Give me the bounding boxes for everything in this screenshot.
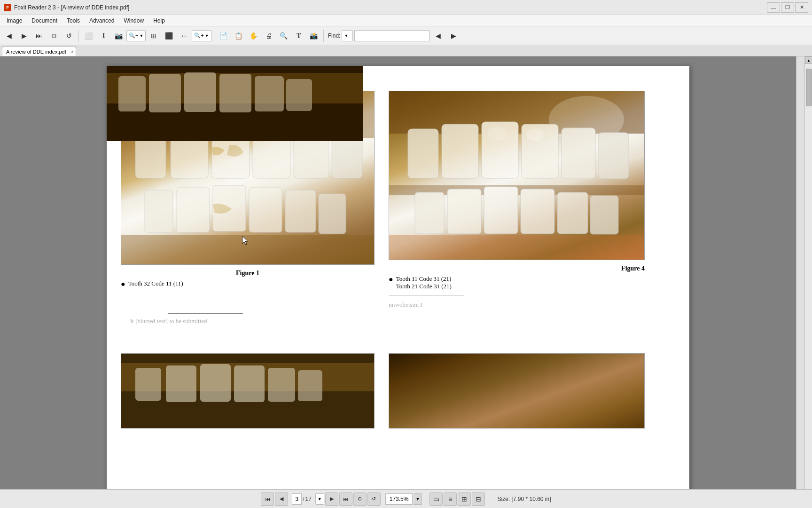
- zoom-value: 173.5%: [385, 493, 413, 505]
- svg-point-24: [526, 128, 543, 141]
- hand-tool-button[interactable]: ✋: [247, 29, 261, 43]
- figure4-bullets: ● Tooth 11 Code 31 (21) Tooth 21 Code 31…: [389, 275, 452, 291]
- find-type-dropdown[interactable]: ▼: [342, 30, 353, 41]
- zoom-out-dropdown[interactable]: 🔍− ▼: [126, 30, 146, 41]
- figure4-photo: [389, 91, 644, 260]
- document-tab[interactable]: A review of DDE index.pdf ×: [2, 47, 76, 56]
- next-page-button[interactable]: ⏭: [32, 29, 46, 43]
- menu-window[interactable]: Window: [119, 16, 148, 26]
- page-dropdown[interactable]: ▼: [315, 493, 324, 505]
- snapshot-button[interactable]: 📷: [111, 29, 125, 43]
- stop-button[interactable]: ⊙: [47, 29, 61, 43]
- prev-page-nav-button[interactable]: ◀: [275, 492, 288, 506]
- separator-3: [323, 30, 324, 42]
- figure1-bullets: ● Tooth 32 Code 11 (11): [121, 280, 183, 289]
- two-page-view-button[interactable]: ⊞: [458, 492, 471, 506]
- nav-group: ⏮ ◀ 3 / 17 ▼ ▶ ⏭ ⊙ ↺: [261, 492, 380, 506]
- page-dropdown-arrow: ▼: [318, 497, 322, 501]
- play-button[interactable]: ▶: [17, 29, 31, 43]
- svg-rect-38: [234, 365, 265, 402]
- bullet-dot-4-1: ●: [389, 276, 393, 283]
- find-input[interactable]: [354, 30, 429, 41]
- figure1-caption: Figure 1: [236, 270, 259, 277]
- bullet-dot-1: ●: [121, 280, 125, 288]
- text-tool-button[interactable]: 𝐓: [292, 29, 306, 43]
- size-label: Size: [7.90 * 10.60 in]: [497, 496, 551, 502]
- menu-image[interactable]: Image: [2, 16, 27, 26]
- tab-label: A review of DDE index.pdf: [6, 49, 66, 55]
- zoom-in-dropdown[interactable]: 🔍+ ▼: [192, 30, 211, 41]
- find-prev-button[interactable]: ◀: [431, 29, 445, 43]
- zoom-in-arrow: ▼: [205, 33, 209, 38]
- refresh-button[interactable]: ↺: [62, 29, 76, 43]
- svg-rect-32: [389, 235, 645, 260]
- svg-rect-26: [415, 192, 444, 234]
- svg-rect-7: [145, 190, 173, 232]
- scroll-thumb[interactable]: [806, 69, 812, 106]
- select-tool-button[interactable]: ⬜: [81, 29, 95, 43]
- refresh-nav-button[interactable]: ↺: [367, 492, 381, 506]
- svg-rect-17: [408, 129, 438, 178]
- first-page-button[interactable]: ⏮: [261, 492, 274, 506]
- maximize-button[interactable]: ❐: [781, 2, 794, 13]
- figure4-image: [389, 91, 645, 260]
- bottom-figures-row: [121, 353, 675, 429]
- stop-nav-button[interactable]: ⊙: [353, 492, 367, 506]
- menu-tools[interactable]: Tools: [62, 16, 85, 26]
- pdf-container[interactable]: 412 International Dental Journal (1992) …: [0, 56, 796, 508]
- actual-size-button[interactable]: ⊞: [147, 29, 161, 43]
- menu-help[interactable]: Help: [148, 16, 170, 26]
- text-select-button[interactable]: 𝐈: [96, 29, 110, 43]
- main-area: 412 International Dental Journal (1992) …: [0, 56, 812, 508]
- menu-document[interactable]: Document: [27, 16, 62, 26]
- svg-rect-8: [177, 188, 210, 232]
- print-button[interactable]: 🖨: [262, 29, 276, 43]
- svg-marker-14: [242, 236, 248, 245]
- camera-tool-button[interactable]: 📸: [307, 29, 321, 43]
- svg-rect-27: [447, 189, 481, 234]
- mouse-cursor: [242, 236, 250, 246]
- svg-rect-11: [285, 190, 316, 232]
- zoom-dropdown[interactable]: ▼: [414, 493, 422, 505]
- figure4-bullet-1: ● Tooth 11 Code 31 (21) Tooth 21 Code 31…: [389, 275, 452, 290]
- tab-close-button[interactable]: ×: [71, 49, 74, 54]
- window-title: Foxit Reader 2.3 - [A review of DDE inde…: [14, 4, 129, 11]
- divider-left: [168, 313, 243, 314]
- next-page-nav-button[interactable]: ▶: [325, 492, 338, 506]
- page-current[interactable]: 3: [292, 493, 302, 505]
- svg-rect-30: [557, 192, 588, 234]
- last-page-button[interactable]: ⏭: [339, 492, 352, 506]
- search-button[interactable]: 🔍: [277, 29, 291, 43]
- page-separator: /: [303, 496, 304, 502]
- svg-rect-37: [200, 364, 231, 402]
- separator-2: [214, 30, 214, 42]
- scroll-track: [805, 64, 812, 500]
- window-controls: — ❐ ✕: [767, 2, 808, 13]
- find-next-button[interactable]: ▶: [446, 29, 461, 43]
- fit-width-button[interactable]: ↔: [177, 29, 191, 43]
- zoom-out-icon: 🔍−: [129, 32, 138, 39]
- fit-page-button[interactable]: ⬛: [162, 29, 176, 43]
- minimize-button[interactable]: —: [767, 2, 780, 13]
- menu-advanced[interactable]: Advanced: [85, 16, 119, 26]
- single-page-button[interactable]: 📄: [217, 29, 231, 43]
- tab-bar: A review of DDE index.pdf ×: [0, 45, 812, 56]
- continuous-view-button[interactable]: ≡: [444, 492, 457, 506]
- continuous-button[interactable]: 📋: [232, 29, 246, 43]
- svg-rect-22: [598, 133, 629, 179]
- svg-rect-10: [249, 188, 282, 232]
- bottom-figure-right: [389, 353, 645, 429]
- prev-page-button[interactable]: ◀: [2, 29, 16, 43]
- single-page-view-button[interactable]: ▭: [429, 492, 443, 506]
- find-dropdown-arrow: ▼: [344, 33, 348, 38]
- scroll-up-button[interactable]: ▲: [805, 56, 812, 64]
- two-page-cont-view-button[interactable]: ⊟: [472, 492, 485, 506]
- find-label: Find:: [328, 32, 341, 39]
- svg-rect-36: [166, 365, 196, 402]
- svg-rect-28: [484, 187, 518, 234]
- svg-rect-35: [135, 368, 161, 401]
- view-buttons: ▭ ≡ ⊞ ⊟: [429, 492, 485, 506]
- zoom-in-icon: 🔍+: [194, 32, 203, 39]
- menu-bar: Image Document Tools Advanced Window Hel…: [0, 15, 812, 26]
- close-button[interactable]: ✕: [795, 2, 808, 13]
